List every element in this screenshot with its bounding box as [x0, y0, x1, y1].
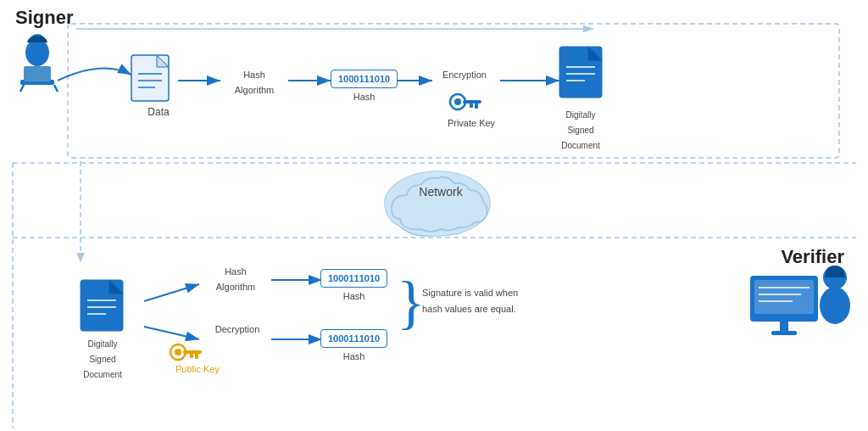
svg-point-53 [823, 266, 847, 289]
private-key-label: Private Key [446, 115, 497, 130]
hash-box-bottom-1: 1000111010 Hash [320, 269, 387, 301]
network-label: Network [407, 185, 475, 199]
valid-text: Signature is valid when hash values are … [422, 284, 532, 316]
svg-text:}: } [397, 270, 426, 335]
svg-rect-42 [20, 80, 54, 85]
public-key-label: Public Key [168, 361, 227, 376]
signer-label: Signer [15, 7, 73, 29]
svg-line-45 [54, 85, 58, 92]
svg-point-22 [385, 171, 490, 236]
hash-box-top: 1000111010 Hash [331, 70, 398, 102]
hash-algorithm-label-bottom: Hash Algorithm [202, 263, 270, 294]
svg-marker-26 [157, 55, 169, 67]
svg-rect-35 [81, 280, 123, 331]
hash-box-bottom-2: 1000111010 Hash [320, 329, 387, 361]
svg-rect-62 [183, 350, 202, 354]
svg-point-17 [385, 171, 490, 236]
hash-algorithm-label-top: Hash Algorithm [220, 66, 288, 97]
svg-rect-30 [559, 47, 602, 98]
svg-point-61 [175, 349, 181, 355]
svg-point-40 [25, 39, 49, 66]
svg-point-21 [426, 195, 476, 234]
svg-line-11 [144, 327, 199, 339]
svg-rect-64 [190, 354, 193, 358]
svg-line-44 [20, 85, 24, 92]
encryption-label: Encryption [431, 66, 498, 81]
svg-point-60 [170, 344, 186, 360]
signed-doc-label-top: Digitally Signed Document [555, 106, 606, 152]
svg-rect-52 [771, 331, 797, 335]
svg-rect-0 [68, 24, 839, 158]
svg-point-41 [29, 34, 46, 51]
diagram: { "title": "Digital Signature Diagram", … [0, 0, 868, 431]
svg-point-56 [454, 98, 461, 105]
svg-marker-31 [588, 47, 602, 60]
svg-point-54 [820, 287, 850, 324]
svg-rect-46 [750, 276, 818, 322]
svg-line-10 [144, 284, 199, 301]
verifier-label: Verifier [781, 246, 844, 268]
svg-point-20 [395, 193, 456, 236]
svg-rect-47 [754, 280, 814, 314]
svg-rect-25 [131, 55, 169, 101]
svg-rect-59 [470, 104, 473, 108]
decryption-label: Decryption [203, 321, 271, 336]
data-label: Data [137, 104, 180, 119]
svg-rect-51 [780, 322, 788, 332]
svg-rect-63 [195, 354, 198, 359]
svg-rect-43 [24, 66, 51, 81]
svg-point-55 [450, 94, 465, 109]
svg-rect-57 [463, 100, 481, 104]
svg-rect-58 [475, 104, 478, 109]
svg-marker-36 [109, 280, 123, 294]
signed-doc-label-bottom: Digitally Signed Document [75, 335, 131, 381]
